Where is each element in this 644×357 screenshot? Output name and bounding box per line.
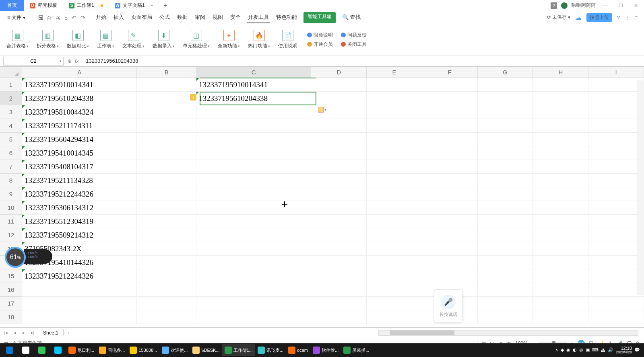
row-header[interactable]: 18 [0, 310, 22, 324]
undo-icon[interactable]: ↶ [72, 14, 76, 21]
select-all-corner[interactable] [0, 67, 22, 78]
error-indicator-icon[interactable]: ! [190, 94, 196, 101]
cell[interactable] [422, 201, 478, 215]
usage-guide-button[interactable]: 📄使用说明 [277, 29, 299, 50]
row-header[interactable]: 4 [0, 119, 22, 133]
cell[interactable] [196, 187, 311, 201]
cell[interactable] [422, 187, 478, 201]
tab-template[interactable]: D 稻壳模板 [24, 0, 63, 11]
cell[interactable] [137, 283, 196, 297]
cell[interactable]: 132337195604294314 [22, 133, 137, 146]
cell[interactable] [311, 310, 367, 324]
taskbar-clock[interactable]: 12:10 2020/4/20 [616, 346, 632, 355]
cell[interactable] [311, 256, 367, 269]
row-header[interactable]: 16 [0, 283, 22, 297]
col-header-H[interactable]: H [533, 67, 588, 78]
row-header[interactable]: 9 [0, 187, 22, 201]
cell[interactable] [478, 242, 533, 256]
cell[interactable] [422, 242, 478, 256]
cell[interactable] [367, 297, 422, 310]
cell[interactable] [478, 310, 533, 324]
close-tool-link[interactable]: 关闭工具 [341, 41, 367, 48]
cell[interactable] [196, 105, 311, 119]
taskbar-item[interactable] [34, 344, 50, 356]
cell[interactable] [422, 92, 478, 105]
tab-start[interactable]: 开始 [95, 12, 107, 23]
cell[interactable] [478, 228, 533, 242]
horizontal-scrollbar[interactable] [378, 330, 638, 336]
cell[interactable]: 132337195509214312 [22, 228, 137, 242]
print-quick-icon[interactable]: ⎙ [47, 14, 51, 21]
tab-data[interactable]: 数据 [176, 12, 188, 23]
cell[interactable] [311, 78, 367, 92]
cell[interactable] [533, 78, 588, 92]
cell[interactable] [533, 215, 588, 228]
cell[interactable] [137, 119, 196, 133]
cell[interactable] [196, 242, 311, 256]
cell[interactable] [367, 92, 422, 105]
cell[interactable] [367, 310, 422, 324]
cell[interactable] [588, 92, 644, 105]
taskbar-item[interactable]: 工作簿1... [222, 344, 255, 356]
tray-net-icon[interactable]: 🖧 [601, 348, 605, 353]
tray-ime-icon[interactable]: ⌨ [592, 347, 599, 353]
cell[interactable]: 132337195810044324 [22, 105, 137, 119]
row-header[interactable]: 6 [0, 146, 22, 160]
cell[interactable] [311, 283, 367, 297]
cell[interactable] [367, 242, 422, 256]
cell[interactable] [422, 119, 478, 133]
cell[interactable] [311, 228, 367, 242]
cell[interactable] [478, 256, 533, 269]
row-header[interactable]: 17 [0, 297, 22, 310]
cell[interactable] [311, 297, 367, 310]
tab-workbook[interactable]: S 工作簿1 [63, 0, 109, 11]
cell[interactable] [422, 215, 478, 228]
split-tables-button[interactable]: ▥拆分表格▾ [35, 29, 60, 50]
cell[interactable] [478, 133, 533, 146]
cell[interactable] [478, 119, 533, 133]
data-entry-button[interactable]: ⬇数据录入▾ [151, 29, 176, 50]
col-header-G[interactable]: G [478, 67, 533, 78]
cell[interactable] [311, 269, 367, 283]
row-header[interactable]: 2 [0, 92, 22, 105]
preview-icon[interactable]: ⌕ [64, 14, 68, 21]
cell[interactable] [367, 174, 422, 187]
cell[interactable] [196, 119, 311, 133]
cell[interactable] [137, 269, 196, 283]
cell[interactable]: 132337195512304319 [22, 215, 137, 228]
cell[interactable] [196, 160, 311, 174]
taskbar-item[interactable]: 屏幕捕... [341, 344, 372, 356]
cell[interactable] [311, 201, 367, 215]
cell[interactable] [196, 215, 311, 228]
cloud-icon[interactable]: ☁ [575, 14, 582, 21]
cell[interactable] [367, 78, 422, 92]
more-icon[interactable]: ⋮ [625, 15, 630, 21]
tab-home[interactable]: 首页 [0, 0, 24, 11]
cell[interactable] [137, 174, 196, 187]
cell[interactable] [311, 215, 367, 228]
tab-add-button[interactable]: + [159, 0, 172, 11]
tab-formula[interactable]: 公式 [159, 12, 171, 23]
cell[interactable] [137, 187, 196, 201]
cell[interactable] [196, 297, 311, 310]
file-menu[interactable]: ≡ 文件 ▾ [5, 13, 28, 22]
taskbar-item[interactable]: 软件管... [310, 344, 341, 356]
col-header-I[interactable]: I [588, 67, 644, 78]
cell[interactable] [137, 133, 196, 146]
col-header-E[interactable]: E [367, 67, 422, 78]
sheet-tab-1[interactable]: Sheet1 [38, 329, 64, 336]
cell[interactable] [478, 174, 533, 187]
cell[interactable] [588, 187, 644, 201]
close-button[interactable]: ✕ [630, 1, 642, 10]
cell[interactable] [137, 228, 196, 242]
cell[interactable]: 132337195610204338 [196, 92, 311, 105]
formula-input[interactable]: 132337195610204338 [83, 58, 644, 64]
cell[interactable] [196, 256, 311, 269]
cell[interactable] [478, 105, 533, 119]
maximize-button[interactable]: ☐ [615, 1, 626, 10]
cell[interactable] [137, 215, 196, 228]
cell[interactable] [137, 310, 196, 324]
vip-link[interactable]: 开通会员 [307, 41, 333, 48]
net-speed-widget[interactable]: ↑ 0K/s ↓ 0K/s [24, 249, 52, 264]
cell[interactable] [478, 78, 533, 92]
